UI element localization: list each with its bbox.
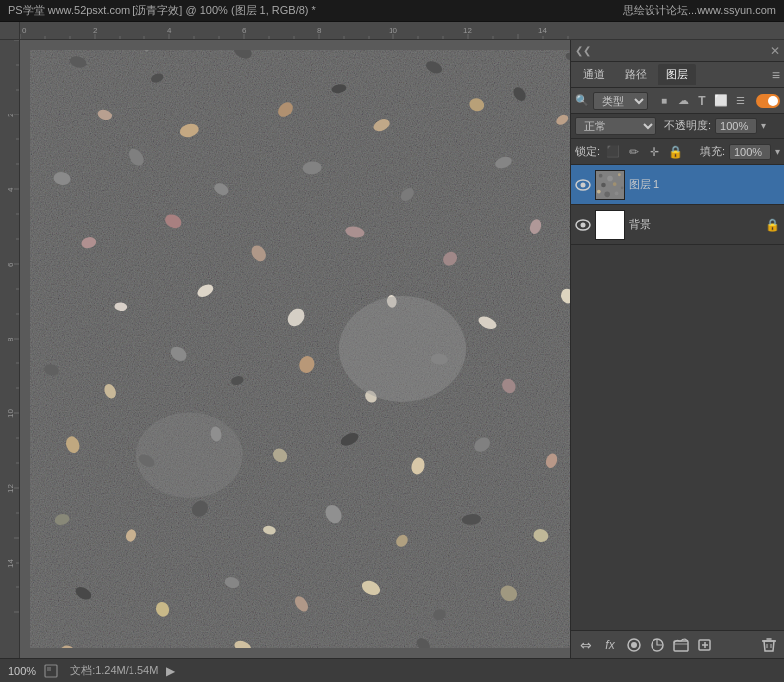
svg-point-160 <box>621 186 624 189</box>
svg-text:6: 6 <box>242 26 247 35</box>
layers-list: 图层 1 背景 🔒 <box>571 165 784 630</box>
lock-position-btn[interactable]: ✛ <box>646 143 663 161</box>
layer-style-btn[interactable]: fx <box>601 636 619 654</box>
opacity-input[interactable] <box>715 118 757 134</box>
svg-point-161 <box>597 189 601 193</box>
background-thumb <box>596 211 624 239</box>
svg-text:2: 2 <box>93 26 98 35</box>
svg-point-159 <box>613 182 617 186</box>
lock-icons: ⬛ ✏ ✛ 🔒 <box>604 143 684 161</box>
filter-pixel-icon[interactable]: ■ <box>656 93 672 109</box>
lock-label: 锁定: <box>575 144 600 159</box>
svg-point-155 <box>599 173 603 177</box>
fill-input[interactable] <box>729 144 771 160</box>
proof-colors-button[interactable] <box>44 664 58 678</box>
svg-point-153 <box>581 182 586 187</box>
svg-text:0: 0 <box>22 26 27 35</box>
svg-text:2: 2 <box>6 113 15 117</box>
svg-text:12: 12 <box>463 26 472 35</box>
lock-all-btn[interactable]: 🔒 <box>666 143 684 161</box>
svg-point-163 <box>615 191 619 195</box>
svg-point-167 <box>631 642 637 648</box>
svg-rect-65 <box>30 50 605 648</box>
fill-label: 填充: <box>700 144 725 159</box>
new-group-btn[interactable] <box>672 636 690 654</box>
svg-text:4: 4 <box>167 26 172 35</box>
filter-smart-icon[interactable]: ☰ <box>732 93 748 109</box>
svg-point-162 <box>604 191 610 197</box>
layer-visibility-1[interactable] <box>575 177 591 193</box>
canvas-area[interactable]: ❮❮ ✕ 通道 路径 图层 ≡ 🔍 类型 ■ ☁ T ⬜ <box>20 40 784 658</box>
layers-panel-container: ❮❮ ✕ 通道 路径 图层 ≡ 🔍 类型 ■ ☁ T ⬜ <box>570 40 784 658</box>
mask-btn[interactable] <box>625 636 643 654</box>
statusbar: 100% 文档:1.24M/1.54M ▶ <box>0 658 784 682</box>
title-left: PS学堂 www.52psxt.com [沥青字效] @ 100% (图层 1,… <box>8 3 316 18</box>
filter-row: 🔍 类型 ■ ☁ T ⬜ ☰ <box>571 88 784 114</box>
layer-name-1: 图层 1 <box>629 177 780 192</box>
fill-arrow[interactable]: ▾ <box>775 146 780 157</box>
svg-rect-169 <box>674 641 688 651</box>
lock-row: 锁定: ⬛ ✏ ✛ 🔒 填充: ▾ <box>571 139 784 165</box>
tab-paths[interactable]: 路径 <box>617 64 654 85</box>
svg-point-157 <box>618 173 621 176</box>
proof-icon <box>44 664 58 678</box>
scroll-right-button[interactable]: ▶ <box>166 664 175 678</box>
panel-close-icon[interactable]: ✕ <box>770 44 780 58</box>
svg-text:14: 14 <box>6 559 15 568</box>
svg-text:12: 12 <box>6 484 15 493</box>
tab-channels[interactable]: 通道 <box>575 64 613 85</box>
svg-point-158 <box>601 182 606 187</box>
horizontal-ruler: 0 2 4 6 8 10 12 14 <box>20 22 784 40</box>
document-info: 文档:1.24M/1.54M <box>70 663 158 678</box>
titlebar: PS学堂 www.52psxt.com [沥青字效] @ 100% (图层 1,… <box>0 0 784 22</box>
opacity-arrow[interactable]: ▾ <box>761 120 766 131</box>
svg-point-140 <box>136 413 243 498</box>
panel-tabs: 通道 路径 图层 ≡ <box>571 62 784 88</box>
svg-text:10: 10 <box>6 409 15 418</box>
top-ruler-row: 0 2 4 6 8 10 12 14 <box>0 22 784 40</box>
zoom-level: 100% <box>8 665 36 677</box>
ruler-corner <box>0 22 20 40</box>
title-right: 思绘设计论坛...www.ssyun.com <box>623 3 776 18</box>
svg-rect-177 <box>47 667 51 671</box>
panel-toolbar: ⇔ fx <box>571 630 784 658</box>
opacity-label: 不透明度: <box>664 118 711 133</box>
new-layer-btn[interactable] <box>696 636 714 654</box>
tab-layers[interactable]: 图层 <box>658 64 696 85</box>
svg-point-156 <box>607 175 613 181</box>
filter-search-icon: 🔍 <box>575 94 589 107</box>
layer-thumbnail-bg <box>595 210 625 240</box>
blend-mode-select[interactable]: 正常 <box>575 117 656 135</box>
layer-name-bg: 背景 <box>629 217 761 232</box>
layer-visibility-bg[interactable] <box>575 217 591 233</box>
adjustment-btn[interactable] <box>649 636 666 654</box>
svg-text:6: 6 <box>6 262 15 267</box>
svg-text:4: 4 <box>6 187 15 192</box>
canvas-image[interactable] <box>30 50 605 648</box>
filter-adjust-icon[interactable]: ☁ <box>675 93 691 109</box>
svg-text:8: 8 <box>317 26 322 35</box>
svg-text:8: 8 <box>6 337 15 341</box>
blend-row: 正常 不透明度: ▾ <box>571 114 784 139</box>
svg-point-139 <box>339 296 466 402</box>
vertical-ruler: 2 4 6 8 10 12 14 <box>0 40 20 658</box>
filter-toggle[interactable] <box>756 94 780 108</box>
panel-resize-handle[interactable]: ❮❮ <box>575 45 591 56</box>
background-lock-icon: 🔒 <box>765 218 780 232</box>
lock-transparent-btn[interactable]: ⬛ <box>604 143 622 161</box>
layer-row-background[interactable]: 背景 🔒 <box>571 205 784 245</box>
svg-text:10: 10 <box>389 26 397 35</box>
filter-type-select[interactable]: 类型 <box>593 92 648 110</box>
lock-pixels-btn[interactable]: ✏ <box>625 143 643 161</box>
svg-point-165 <box>581 222 586 227</box>
asphalt-texture <box>30 50 605 648</box>
layer-row-1[interactable]: 图层 1 <box>571 165 784 205</box>
filter-shape-icon[interactable]: ⬜ <box>713 93 729 109</box>
svg-rect-0 <box>20 22 784 40</box>
link-layers-btn[interactable]: ⇔ <box>577 636 595 654</box>
svg-text:14: 14 <box>538 26 547 35</box>
panel-options-button[interactable]: ≡ <box>772 67 780 83</box>
delete-layer-btn[interactable] <box>760 636 778 654</box>
filter-type-icon[interactable]: T <box>694 93 710 109</box>
layer-thumbnail-1 <box>595 170 625 200</box>
